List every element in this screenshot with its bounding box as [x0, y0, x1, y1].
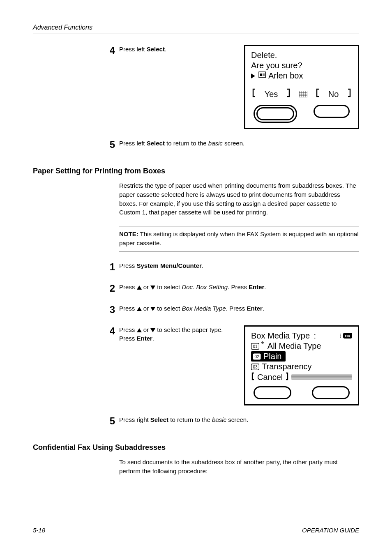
num-02-icon: 02: [253, 351, 261, 362]
triangle-down-icon: [150, 307, 155, 311]
footer-guide-label: OPERATION GUIDE: [302, 527, 359, 534]
step-number: 1: [105, 261, 119, 273]
triangle-up-icon: [137, 307, 142, 311]
svg-text:01: 01: [253, 344, 258, 349]
triangle-up-icon: [137, 286, 142, 290]
left-softkey[interactable]: [254, 386, 291, 399]
note-label: NOTE:: [119, 230, 138, 237]
step-number: 5: [105, 415, 119, 427]
bracket-right-icon: [286, 88, 291, 100]
bracket-left-icon: [251, 372, 255, 383]
step-4b-text: Press or to select the paper type. Press…: [119, 325, 237, 343]
lcd1-line2: Are you sure?: [251, 60, 352, 71]
lcd2-item2[interactable]: 02 Plain: [251, 351, 352, 362]
num-01-icon: 01: [251, 341, 259, 351]
header-rule: [33, 34, 359, 34]
bracket-right-icon: [347, 88, 351, 100]
svg-rect-1: [260, 74, 262, 76]
step-5b-text: Press right Select to return to the basi…: [119, 415, 359, 424]
svg-text:03: 03: [253, 365, 258, 369]
step-number: 5: [105, 139, 119, 150]
step-4a-text: Press left Select.: [119, 45, 237, 54]
box-file-icon: [258, 71, 266, 81]
triangle-up-icon: [137, 328, 142, 332]
bracket-left-icon: [316, 88, 320, 100]
lcd1-line1: Delete.: [251, 50, 352, 60]
step-5a-text: Press left Select to return to the basic…: [119, 139, 359, 148]
svg-text:OK: OK: [345, 334, 350, 338]
step-3-text: Press or to select Box Media Type. Press…: [119, 304, 359, 313]
lcd1-yes[interactable]: Yes: [265, 90, 278, 99]
step-2-text: Press or to select Doc. Box Setting. Pre…: [119, 283, 359, 292]
step-number: 2: [105, 283, 119, 294]
right-softkey[interactable]: [314, 105, 350, 118]
right-softkey[interactable]: [312, 386, 350, 399]
heading-confidential-fax: Confidential Fax Using Subaddresses: [33, 443, 359, 452]
lcd1-no[interactable]: No: [328, 90, 339, 99]
left-softkey[interactable]: [254, 105, 297, 123]
lcd2-cancel[interactable]: Cancel: [257, 372, 283, 382]
bracket-left-icon: [252, 88, 256, 100]
num-03-icon: 03: [251, 362, 259, 372]
note-box: NOTE: This setting is displayed only whe…: [119, 226, 359, 251]
note-text: This setting is displayed only when the …: [119, 230, 359, 246]
svg-rect-0: [259, 72, 265, 78]
svg-text:02: 02: [254, 355, 259, 359]
step-number: 4: [105, 325, 119, 337]
ok-indicator: ⁞ OK: [340, 333, 352, 339]
triangle-down-icon: [150, 286, 155, 290]
step-number: 4: [105, 45, 119, 56]
page-footer: 5-18 OPERATION GUIDE: [33, 524, 359, 534]
page-number: 5-18: [33, 527, 45, 534]
confidential-fax-description: To send documents to the subaddress box …: [119, 458, 359, 476]
bracket-right-icon: [285, 372, 289, 383]
step-number: 3: [105, 304, 119, 315]
step-1-text: Press System Menu/Counter.: [119, 261, 359, 270]
lcd-box-media-type: Box Media Type : ⁞ OK 01 *All Media Type: [244, 325, 359, 406]
lcd-delete-confirm: Delete. Are you sure? Arlen box Yes: [244, 45, 359, 129]
lcd2-item3[interactable]: 03 Transparency: [251, 362, 352, 372]
lcd2-item1[interactable]: 01 *All Media Type: [251, 341, 352, 351]
triangle-down-icon: [150, 328, 155, 332]
heading-paper-setting: Paper Setting for Printing from Boxes: [33, 167, 359, 175]
lcd1-line3: Arlen box: [251, 71, 352, 81]
shaded-bar: [291, 374, 352, 380]
arrow-right-icon: [251, 74, 255, 78]
header-section-title: Advanced Functions: [33, 24, 359, 31]
lcd2-title: Box Media Type: [251, 331, 310, 340]
paper-setting-description: Restricts the type of paper used when pr…: [119, 181, 359, 217]
grid-icon: [299, 91, 307, 97]
